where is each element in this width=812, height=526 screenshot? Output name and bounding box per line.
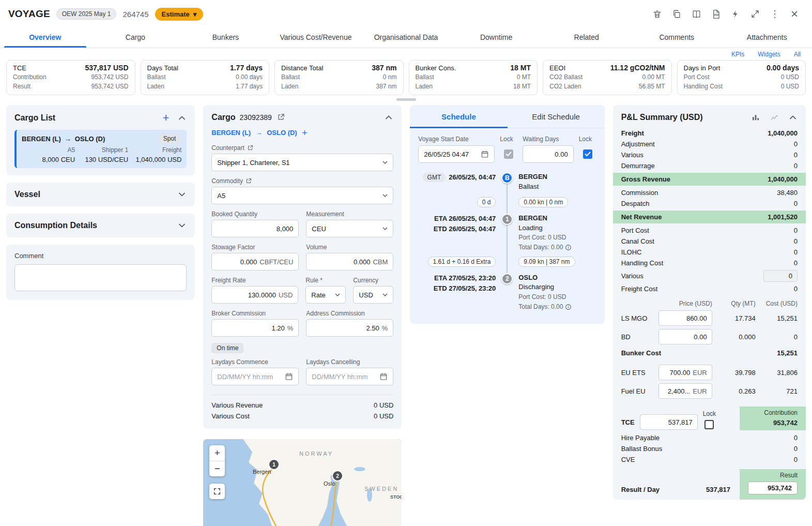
tce-lock-checkbox[interactable]	[704, 420, 714, 429]
route-map[interactable]: 1 2 NORWAY SWEDEN STOC Bergen Oslo North…	[203, 439, 402, 526]
add-port-button[interactable]: +	[302, 128, 308, 138]
kpi-link-all[interactable]: All	[794, 51, 801, 58]
caret-down-icon	[382, 194, 388, 197]
pdf-export-button[interactable]: PDF	[707, 5, 725, 23]
counterpart-select[interactable]: Shipper 1, Charterer, S1	[211, 154, 393, 171]
map-fullscreen-button[interactable]	[209, 484, 225, 499]
waiting-days-lock-checkbox[interactable]	[583, 149, 592, 159]
calendar-icon[interactable]	[285, 372, 293, 381]
copy-icon	[672, 9, 681, 19]
kpi-value: 0.00 days	[767, 64, 799, 72]
expand-vessel-button[interactable]	[177, 191, 187, 198]
lsmgo-price-input[interactable]: 860.00	[658, 310, 712, 326]
address-commission-input[interactable]: 2.50%	[306, 319, 393, 337]
route-discharge-port-link[interactable]: OSLO (D)	[267, 129, 297, 137]
timeline-stop-2[interactable]: ETA 27/05/25, 23:20 ETD 27/05/25, 23:20 …	[418, 273, 596, 312]
trend-chart-toggle-button[interactable]	[769, 112, 780, 123]
various-cost-input[interactable]: 0	[763, 270, 798, 282]
log-button[interactable]	[687, 5, 706, 23]
tab-bunkers[interactable]: Bunkers	[180, 28, 271, 48]
info-icon[interactable]	[565, 304, 572, 310]
voyage-start-lock-checkbox[interactable]	[504, 149, 513, 159]
laydays-commence-input[interactable]: DD/MM/YY hh:mm	[211, 368, 299, 385]
pnl-label: Port Cost	[621, 227, 649, 234]
currency-select[interactable]: USD	[353, 286, 393, 304]
map-zoom-out-button[interactable]: −	[209, 461, 225, 476]
booked-quantity-input[interactable]: 8,000	[211, 220, 299, 237]
tab-various-cost-revenue[interactable]: Various Cost/Revenue	[271, 28, 361, 48]
tab-downtime[interactable]: Downtime	[451, 28, 542, 48]
route-arrow-icon: →	[255, 129, 262, 137]
tab-comments[interactable]: Comments	[632, 28, 722, 48]
open-cargo-button[interactable]	[276, 112, 286, 122]
external-link-icon[interactable]	[247, 145, 253, 151]
schedule-panel: Schedule Edit Schedule Voyage Start Date…	[410, 105, 604, 324]
volume-label: Volume	[306, 244, 327, 251]
broker-commission-input[interactable]: 1.20%	[211, 319, 299, 337]
tab-attachments[interactable]: Attachments	[722, 28, 812, 48]
bd-price-input[interactable]: 0.00	[658, 329, 712, 344]
stowage-factor-input[interactable]: 0.000CBFT/CEU	[211, 253, 299, 270]
info-icon[interactable]	[565, 244, 572, 251]
cargo-list-item[interactable]: BERGEN (L) → OSLO (D) Spot A5 Shipper 1 …	[14, 130, 187, 168]
bunker-total-row: Bunker Cost 15,251	[621, 346, 798, 360]
tab-overview[interactable]: Overview	[0, 28, 90, 48]
collapse-pnl-button[interactable]	[788, 114, 798, 121]
pnl-label: Canal Cost	[621, 237, 654, 245]
freight-rate-input[interactable]: 130.0000USD	[211, 286, 298, 304]
pnl-row-various-input: Various0	[621, 268, 798, 283]
price-currency: EUR	[693, 369, 707, 377]
collapse-cargo-list-button[interactable]	[177, 115, 187, 121]
kpi-link-kpis[interactable]: KPIs	[731, 51, 744, 58]
various-cost-value: 0 USD	[374, 412, 393, 420]
bunker-price-header: Price (USD)	[658, 300, 712, 307]
header: VOYAGE OEW 2025 May 1 264745 Estimate ▾ …	[0, 0, 812, 28]
collapse-cargo-form-button[interactable]	[384, 114, 393, 121]
comment-input[interactable]	[14, 264, 187, 291]
pnl-value: 0	[794, 434, 798, 442]
expand-consumption-button[interactable]	[177, 222, 187, 229]
pnl-value: 0	[794, 445, 798, 453]
close-button[interactable]: ×	[785, 5, 804, 23]
volume-input[interactable]: 0.000CBM	[306, 253, 393, 270]
kpi-link-widgets[interactable]: Widgets	[758, 51, 780, 58]
result-total-input[interactable]: 953,742	[748, 482, 798, 494]
tce-input[interactable]: 537,817	[640, 414, 698, 430]
pnl-label: Freight	[621, 129, 644, 137]
bar-chart-toggle-button[interactable]	[750, 112, 761, 123]
measurement-select[interactable]: CEU	[306, 220, 393, 237]
laydays-cancelling-input[interactable]: DD/MM/YY hh:mm	[306, 368, 393, 385]
pnl-label: Adjustment	[621, 140, 655, 148]
map-zoom-in-button[interactable]: +	[209, 445, 225, 461]
calendar-icon[interactable]	[481, 150, 489, 158]
voyage-start-input[interactable]: 26/05/25 04:47	[418, 145, 495, 163]
euets-price-input[interactable]: 700.00EUR	[658, 365, 712, 380]
tab-related[interactable]: Related	[541, 28, 632, 48]
more-button[interactable]: ⋮	[765, 5, 784, 23]
delete-button[interactable]	[648, 5, 666, 23]
tab-organisational-data[interactable]: Organisational Data	[361, 28, 451, 48]
comment-label: Comment	[14, 252, 43, 260]
commodity-select[interactable]: A5	[211, 187, 393, 204]
pnl-label: Hire Payable	[621, 434, 660, 442]
kpi-sub-value: 0.00 days	[236, 72, 263, 82]
kpi-bar: KPIs Widgets All TCE537,817 USD Contribu…	[0, 48, 812, 101]
copy-button[interactable]	[667, 5, 686, 23]
add-cargo-button[interactable]: +	[162, 112, 169, 124]
tab-cargo[interactable]: Cargo	[90, 28, 181, 48]
fullscreen-button[interactable]	[746, 5, 764, 23]
fueleu-price-input[interactable]: 2,400...EUR	[658, 383, 712, 399]
tab-edit-schedule[interactable]: Edit Schedule	[508, 105, 605, 128]
calendar-icon[interactable]	[379, 372, 388, 381]
waiting-days-input[interactable]: 0.00	[523, 145, 573, 163]
estimate-button[interactable]: Estimate ▾	[155, 8, 204, 21]
external-link-icon[interactable]	[246, 178, 252, 184]
currency-field: Currency USD	[353, 277, 393, 304]
kpi-resize-handle[interactable]	[396, 98, 416, 101]
kpi-sub-value: 0 USD	[781, 82, 799, 91]
rule-select[interactable]: Rate	[305, 286, 346, 304]
quick-actions-button[interactable]	[726, 5, 745, 23]
pnl-label: CVE	[621, 456, 635, 463]
tab-schedule[interactable]: Schedule	[410, 105, 507, 128]
route-load-port-link[interactable]: BERGEN (L)	[211, 129, 251, 137]
